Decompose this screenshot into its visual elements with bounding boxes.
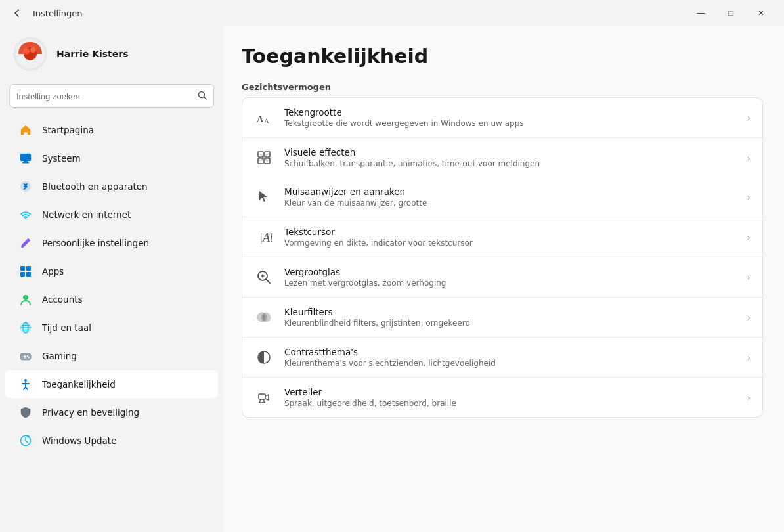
settings-list: A A Tekengrootte Tekstgrootte die wordt …: [242, 97, 763, 418]
svg-line-33: [26, 387, 28, 389]
settings-item-desc: Vormgeving en dikte, indicator voor teks…: [284, 238, 737, 248]
svg-rect-14: [20, 266, 25, 271]
text-size-icon: A A: [254, 108, 274, 127]
sidebar-item-label: Netwerk en internet: [42, 210, 131, 220]
settings-item-visuele-effecten[interactable]: Visuele effecten Schuifbalken, transpara…: [242, 138, 762, 177]
window-controls: — □ ✕: [686, 3, 776, 24]
svg-point-18: [23, 295, 28, 300]
minimize-button[interactable]: —: [686, 3, 716, 24]
sidebar-item-startpagina[interactable]: Startpagina: [5, 116, 218, 144]
narrator-icon: [254, 388, 274, 407]
settings-item-text: Verteller Spraak, uitgebreidheid, toetse…: [284, 387, 737, 408]
sidebar-item-label: Windows Update: [42, 435, 116, 446]
settings-item-desc: Tekstgrootte die wordt weergegeven in Wi…: [284, 119, 737, 128]
sidebar-item-label: Toegankelijkheid: [42, 379, 116, 389]
text-cursor-icon: |Ab: [254, 227, 274, 247]
update-icon: [18, 433, 33, 448]
shield-icon: [18, 405, 33, 420]
svg-point-49: [261, 313, 271, 322]
chevron-right-icon: ›: [747, 353, 751, 363]
chevron-right-icon: ›: [747, 113, 751, 123]
sidebar-item-label: Startpagina: [42, 125, 94, 135]
sidebar-item-label: Gaming: [42, 351, 77, 361]
settings-item-tekengrootte[interactable]: A A Tekengrootte Tekstgrootte die wordt …: [242, 98, 762, 138]
settings-item-tekstcursor[interactable]: |Ab Tekstcursor Vormgeving en dikte, ind…: [242, 217, 762, 257]
avatar: [13, 37, 47, 71]
settings-item-text: Vergrootglas Lezen met vergrootglas, zoo…: [284, 267, 737, 288]
settings-item-text: Tekengrootte Tekstgrootte die wordt weer…: [284, 107, 737, 128]
chevron-right-icon: ›: [747, 153, 751, 163]
sidebar-item-toegankelijkheid[interactable]: Toegankelijkheid: [5, 370, 218, 398]
sidebar-item-label: Apps: [42, 266, 64, 277]
sidebar-item-persoonlijk[interactable]: Persoonlijke instellingen: [5, 229, 218, 257]
settings-item-contrastthema[interactable]: Contrastthema's Kleurenthema's voor slec…: [242, 338, 762, 378]
settings-item-title: Visuele effecten: [284, 147, 737, 158]
settings-item-vergrootglas[interactable]: Vergrootglas Lezen met vergrootglas, zoo…: [242, 257, 762, 298]
chevron-right-icon: ›: [747, 273, 751, 282]
svg-text:A: A: [257, 114, 264, 124]
svg-rect-16: [20, 272, 25, 277]
svg-point-27: [27, 355, 28, 357]
svg-point-12: [25, 218, 26, 219]
settings-item-title: Kleurfilters: [284, 307, 737, 317]
chevron-right-icon: ›: [747, 233, 751, 242]
settings-item-title: Tekengrootte: [284, 107, 737, 118]
settings-item-title: Tekstcursor: [284, 227, 737, 237]
sidebar-item-systeem[interactable]: Systeem: [5, 144, 218, 172]
sidebar-item-accounts[interactable]: Accounts: [5, 286, 218, 313]
sidebar-item-tijd[interactable]: Tijd en taal: [5, 314, 218, 342]
settings-item-muisaanwijzer[interactable]: Muisaanwijzer en aanraken Kleur van de m…: [242, 177, 762, 217]
content-area: Toegankelijkheid Gezichtsvermogen A A Te…: [223, 26, 784, 532]
sidebar: Harrie Kisters Startpagina: [0, 26, 223, 532]
svg-point-4: [30, 47, 35, 53]
search-box[interactable]: [9, 84, 214, 108]
settings-item-title: Vergrootglas: [284, 267, 737, 277]
settings-item-desc: Kleurenblindheid filters, grijstinten, o…: [284, 319, 737, 328]
svg-point-28: [28, 357, 30, 358]
sidebar-item-apps[interactable]: Apps: [5, 257, 218, 285]
svg-rect-17: [26, 272, 31, 277]
search-icon: [198, 91, 207, 102]
settings-item-desc: Lezen met vergrootglas, zoom verhoging: [284, 278, 737, 288]
settings-item-verteller[interactable]: Verteller Spraak, uitgebreidheid, toetse…: [242, 378, 762, 417]
accessibility-icon: [18, 377, 33, 391]
chevron-right-icon: ›: [747, 313, 751, 322]
svg-point-3: [23, 48, 30, 55]
sidebar-item-label: Persoonlijke instellingen: [42, 238, 149, 248]
apps-icon: [18, 264, 33, 278]
sidebar-item-update[interactable]: Windows Update: [5, 427, 218, 454]
svg-line-45: [267, 280, 271, 284]
gaming-icon: [18, 349, 33, 363]
svg-rect-9: [22, 162, 29, 164]
settings-item-desc: Schuifbalken, transparantie, animaties, …: [284, 159, 737, 168]
settings-item-title: Contrastthema's: [284, 347, 737, 357]
app-body: Harrie Kisters Startpagina: [0, 26, 784, 532]
magnifier-icon: [254, 267, 274, 287]
titlebar-title: Instellingen: [33, 9, 679, 18]
settings-item-text: Kleurfilters Kleurenblindheid filters, g…: [284, 307, 737, 328]
svg-rect-8: [24, 161, 28, 162]
sidebar-item-netwerk[interactable]: Netwerk en internet: [5, 201, 218, 229]
wifi-icon: [18, 208, 33, 222]
mouse-pointer-icon: [254, 187, 274, 207]
search-input[interactable]: [16, 91, 192, 101]
svg-line-6: [204, 97, 207, 99]
back-button[interactable]: [8, 4, 26, 22]
maximize-button[interactable]: □: [716, 3, 746, 24]
settings-item-text: Visuele effecten Schuifbalken, transpara…: [284, 147, 737, 168]
settings-item-desc: Kleur van de muisaanwijzer, grootte: [284, 198, 737, 208]
sidebar-item-privacy[interactable]: Privacy en beveiliging: [5, 399, 218, 426]
sidebar-item-label: Tijd en taal: [42, 322, 91, 333]
svg-rect-15: [26, 266, 31, 271]
settings-item-kleurfilters[interactable]: Kleurfilters Kleurenblindheid filters, g…: [242, 298, 762, 338]
monitor-icon: [18, 151, 33, 166]
color-filter-icon: [254, 307, 274, 327]
brush-icon: [18, 236, 33, 250]
close-button[interactable]: ✕: [746, 3, 776, 24]
svg-rect-7: [20, 154, 31, 161]
sidebar-item-bluetooth[interactable]: Bluetooth en apparaten: [5, 173, 218, 200]
sidebar-item-gaming[interactable]: Gaming: [5, 342, 218, 370]
sidebar-item-label: Privacy en beveiliging: [42, 407, 139, 418]
svg-rect-51: [259, 394, 265, 399]
svg-text:A: A: [264, 117, 269, 125]
